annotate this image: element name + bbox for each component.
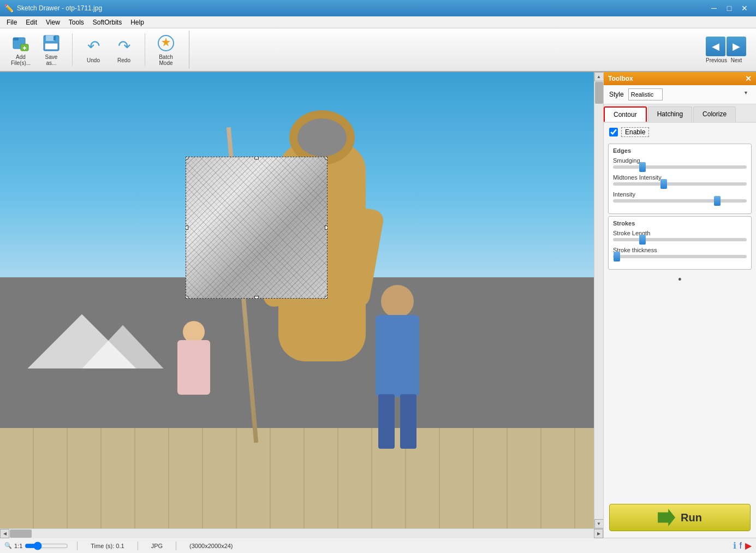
menu-view[interactable]: View: [41, 17, 64, 27]
canvas-area[interactable]: [0, 72, 594, 528]
menu-edit[interactable]: Edit: [21, 17, 41, 27]
svg-rect-7: [53, 36, 56, 40]
stroke-length-track[interactable]: [613, 238, 747, 241]
handle-middle-left[interactable]: [186, 225, 188, 230]
menu-tools[interactable]: Tools: [64, 17, 88, 27]
title-controls: ─ □ ✕: [707, 3, 752, 14]
dot-indicator: •: [604, 272, 756, 288]
undo-label: Undo: [87, 57, 100, 63]
run-arrow-icon: [658, 509, 675, 526]
undo-button[interactable]: ↶ Undo: [79, 32, 108, 68]
scroll-left-button[interactable]: ◀: [0, 529, 9, 538]
toolbox-panel: Toolbox ✕ Style Realistic Cartoon Pencil…: [603, 72, 756, 538]
tab-colorize[interactable]: Colorize: [693, 106, 736, 122]
next-label: Next: [727, 57, 746, 63]
canvas-inner: ▲ ▼: [0, 72, 603, 528]
nav-separator: [189, 31, 189, 69]
zoom-slider[interactable]: [25, 542, 68, 550]
scroll-thumb-vertical[interactable]: [595, 82, 603, 104]
sketch-selection-box[interactable]: [186, 157, 328, 299]
handle-top-left[interactable]: [186, 157, 188, 159]
title-bar-left: ✏️ Sketch Drawer - otp-1711.jpg: [4, 4, 102, 13]
toolbox-header: Toolbox ✕: [604, 72, 756, 85]
menu-bar: File Edit View Tools SoftOrbits Help: [0, 16, 756, 28]
batch-mode-label: BatchMode: [159, 54, 173, 66]
scroll-down-button[interactable]: ▼: [594, 519, 604, 528]
add-files-button[interactable]: Add File(s)...: [7, 32, 35, 68]
handle-bottom-right[interactable]: [325, 296, 328, 299]
handle-top-right[interactable]: [325, 157, 328, 159]
enable-checkbox[interactable]: [609, 128, 618, 136]
title-bar: ✏️ Sketch Drawer - otp-1711.jpg ─ □ ✕: [0, 0, 756, 16]
status-divider-1: [77, 542, 78, 550]
midtones-track[interactable]: [613, 182, 747, 186]
next-button[interactable]: ▶: [727, 37, 746, 56]
save-as-button[interactable]: Saveas...: [37, 32, 66, 68]
enable-label[interactable]: Enable: [621, 127, 649, 137]
intensity-track[interactable]: [613, 199, 747, 203]
svg-rect-8: [45, 43, 58, 50]
maximize-button[interactable]: □: [722, 3, 736, 14]
mountain: [0, 303, 594, 368]
minimize-button[interactable]: ─: [707, 3, 721, 14]
undo-icon: ↶: [84, 37, 103, 56]
add-files-label: Add File(s)...: [9, 54, 33, 66]
toolbox-close-button[interactable]: ✕: [745, 74, 752, 83]
stroke-thickness-thumb[interactable]: [614, 252, 620, 261]
scroll-track-horizontal[interactable]: [9, 529, 594, 538]
canvas-vertical-scrollbar[interactable]: ▲ ▼: [594, 72, 603, 528]
toolbar-group-files: Add File(s)... Saveas...: [4, 32, 68, 68]
tab-hatching[interactable]: Hatching: [648, 106, 692, 122]
scroll-thumb-horizontal[interactable]: [10, 530, 32, 538]
handle-middle-right[interactable]: [325, 225, 328, 230]
toolbar-group-undo: ↶ Undo ↷ Redo: [77, 32, 140, 68]
toolbar: Add File(s)... Saveas... ↶ Undo ↷ Redo: [0, 28, 756, 72]
style-select[interactable]: Realistic Cartoon Pencil Watercolor: [628, 88, 663, 100]
menu-help[interactable]: Help: [126, 17, 148, 27]
intensity-row: Intensity: [613, 191, 747, 203]
scroll-track-vertical[interactable]: [594, 81, 604, 519]
app-icon: ✏️: [4, 4, 14, 13]
enable-row: Enable: [604, 123, 756, 141]
stroke-thickness-row: Stroke thickness: [613, 247, 747, 258]
batch-mode-icon: [156, 33, 176, 53]
canvas-horizontal-scrollbar[interactable]: ◀ ▶: [0, 528, 603, 538]
edges-section-title: Edges: [613, 147, 747, 154]
run-button[interactable]: Run: [609, 504, 751, 531]
nav-arrows: ◀ ▶: [706, 37, 746, 56]
run-label: Run: [681, 512, 702, 524]
status-divider-2: [138, 542, 138, 550]
zoom-level: 1:1: [14, 543, 22, 549]
previous-label: Previous: [706, 57, 725, 63]
stroke-thickness-label: Stroke thickness: [613, 247, 747, 253]
redo-button[interactable]: ↷ Redo: [110, 32, 138, 68]
handle-bottom-center[interactable]: [254, 296, 259, 299]
stroke-length-label: Stroke Length: [613, 230, 747, 236]
handle-bottom-left[interactable]: [186, 296, 188, 299]
intensity-label: Intensity: [613, 191, 747, 198]
previous-button[interactable]: ◀: [706, 37, 725, 56]
midtones-thumb[interactable]: [660, 179, 667, 189]
scroll-right-button[interactable]: ▶: [594, 529, 603, 538]
smudging-track[interactable]: [613, 165, 747, 169]
smudging-thumb[interactable]: [639, 162, 646, 172]
youtube-icon[interactable]: ▶: [745, 540, 752, 551]
batch-mode-button[interactable]: BatchMode: [152, 32, 180, 68]
menu-file[interactable]: File: [2, 17, 21, 27]
stroke-length-thumb[interactable]: [639, 235, 646, 245]
separator-1: [72, 33, 73, 66]
stroke-thickness-track[interactable]: [613, 255, 747, 258]
menu-softorbits[interactable]: SoftOrbits: [88, 17, 126, 27]
scroll-up-button[interactable]: ▲: [594, 72, 604, 81]
intensity-thumb[interactable]: [714, 196, 721, 206]
tab-contour[interactable]: Contour: [604, 106, 647, 122]
handle-top-center[interactable]: [254, 157, 259, 159]
main-content: ▲ ▼ ◀ ▶ Toolbox ✕ Style: [0, 72, 756, 538]
edges-section: Edges Smudging Midtones Intensity Intens…: [608, 144, 752, 214]
strokes-section-title: Strokes: [613, 220, 747, 227]
facebook-icon[interactable]: f: [740, 541, 742, 551]
save-as-icon: [41, 33, 61, 53]
close-button[interactable]: ✕: [737, 3, 752, 14]
tabs-bar: Contour Hatching Colorize: [604, 104, 756, 123]
info-icon[interactable]: ℹ: [733, 540, 736, 551]
